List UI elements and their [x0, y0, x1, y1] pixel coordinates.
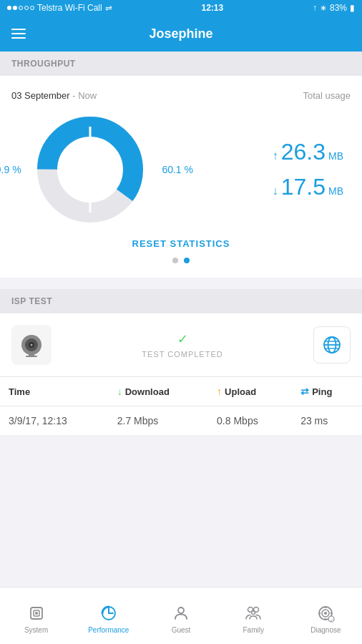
battery-label: 83% [330, 3, 347, 13]
donut-container: 39.9 % 60.1 % [19, 112, 162, 227]
hamburger-line-3 [11, 37, 26, 39]
col-header-time: Time [0, 377, 109, 406]
nav-label-family: Family [243, 626, 263, 634]
reset-statistics-button[interactable]: RESET STATISTICS [11, 238, 351, 249]
system-icon [26, 603, 47, 623]
menu-button[interactable] [11, 29, 26, 39]
throughput-section: 03 September - Now Total usage 39.9 % [0, 76, 362, 278]
upload-unit: MB [328, 150, 343, 162]
col-header-upload: ↑ Upload [208, 377, 292, 406]
router-svg [19, 332, 44, 358]
hamburger-line-2 [11, 33, 26, 34]
results-table-body: 3/9/17, 12:13 2.7 Mbps 0.8 Mbps 23 ms [0, 406, 362, 436]
family-icon [243, 603, 263, 623]
upload-arrow-icon: ↑ [273, 150, 278, 162]
throughput-date-row: 03 September - Now Total usage [11, 90, 351, 101]
table-row: 3/9/17, 12:13 2.7 Mbps 0.8 Mbps 23 ms [0, 406, 362, 436]
upload-stat: ↑ 26.3 MB [273, 139, 343, 165]
page-dot-1 [172, 258, 178, 263]
wifi-icon: ⇌ [105, 3, 112, 13]
results-table-header: Time ↓ Download ↑ Upload ⇄ P [0, 377, 362, 406]
globe-button[interactable] [313, 326, 351, 364]
nav-item-family[interactable]: Family [217, 587, 290, 644]
globe-icon [322, 335, 342, 355]
battery-icon: ▮ [350, 3, 355, 13]
nav-label-guest: Guest [172, 626, 191, 634]
signal-dot-2 [13, 6, 17, 10]
arrow-icon: ↑ [313, 3, 317, 13]
table-header-row: Time ↓ Download ↑ Upload ⇄ P [0, 377, 362, 406]
results-table: Time ↓ Download ↑ Upload ⇄ P [0, 377, 362, 436]
diagnose-icon: ✓ [315, 603, 336, 623]
pagination-dots [11, 258, 351, 266]
svg-point-7 [31, 344, 33, 346]
signal-dot-5 [30, 6, 34, 10]
page-dot-2 [184, 258, 190, 263]
download-stat: ↓ 17.5 MB [273, 174, 343, 200]
test-completed-area: ✓ TEST COMPLETED [142, 331, 222, 358]
svg-point-22 [252, 611, 255, 615]
bottom-nav: System Performance Guest Family [0, 587, 362, 644]
status-bar: Telstra Wi-Fi Call ⇌ 12:13 ↑ ∗ 83% ▮ [0, 0, 362, 16]
usage-stats: ↑ 26.3 MB ↓ 17.5 MB [273, 139, 343, 200]
signal-dot-4 [24, 6, 29, 10]
svg-point-25 [324, 612, 327, 615]
cell-time: 3/9/17, 12:13 [0, 406, 109, 436]
throughput-date: 03 September - Now [11, 90, 97, 101]
test-completed-label: TEST COMPLETED [142, 350, 222, 358]
total-usage-label: Total usage [303, 90, 351, 101]
nav-item-diagnose[interactable]: ✓ Diagnose [290, 587, 362, 644]
download-arrow-icon: ↓ [273, 185, 278, 197]
isp-section-header: ISP TEST [0, 289, 362, 313]
cell-upload: 0.8 Mbps [208, 406, 292, 436]
throughput-section-header: THROUGHPUT [0, 52, 362, 76]
guest-icon [171, 603, 191, 623]
router-icon [11, 325, 52, 365]
percent-left: 39.9 % [0, 164, 21, 175]
upload-value: 26.3 [281, 139, 326, 165]
svg-point-17 [35, 612, 38, 615]
nav-item-guest[interactable]: Guest [145, 587, 217, 644]
download-col-icon: ↓ [117, 386, 122, 397]
col-header-ping: ⇄ Ping [292, 377, 362, 406]
download-value: 17.5 [281, 174, 326, 200]
col-header-download: ↓ Download [109, 377, 208, 406]
header-title: Josephine [149, 26, 212, 42]
carrier-label: Telstra Wi-Fi Call [37, 3, 102, 13]
hamburger-line-1 [11, 29, 26, 30]
signal-dot-1 [7, 6, 11, 10]
cell-download: 2.7 Mbps [109, 406, 208, 436]
chart-area: 39.9 % 60.1 % ↑ 26.3 [11, 112, 351, 227]
donut-chart [33, 112, 147, 227]
nav-label-diagnose: Diagnose [310, 626, 341, 634]
svg-text:✓: ✓ [330, 618, 333, 623]
nav-item-performance[interactable]: Performance [72, 587, 145, 644]
isp-test-area: ✓ TEST COMPLETED [0, 313, 362, 377]
app-header: Josephine [0, 16, 362, 52]
cell-ping: 23 ms [292, 406, 362, 436]
status-right: ↑ ∗ 83% ▮ [313, 3, 355, 13]
svg-rect-9 [26, 356, 37, 357]
isp-section: ✓ TEST COMPLETED Time ↓ Download [0, 313, 362, 436]
status-time: 12:13 [201, 3, 223, 13]
checkmark-icon: ✓ [177, 331, 188, 347]
nav-label-system: System [24, 626, 48, 634]
status-left: Telstra Wi-Fi Call ⇌ [7, 3, 112, 13]
nav-label-performance: Performance [88, 626, 129, 634]
svg-point-19 [178, 608, 184, 613]
donut-hole [67, 147, 113, 192]
performance-icon [99, 603, 119, 623]
download-unit: MB [328, 185, 343, 197]
ping-col-icon: ⇄ [300, 386, 309, 397]
signal-dots [7, 6, 34, 10]
bluetooth-icon: ∗ [320, 3, 327, 13]
signal-dot-3 [19, 6, 23, 10]
upload-col-icon: ↑ [217, 386, 222, 397]
nav-item-system[interactable]: System [0, 587, 72, 644]
percent-right: 60.1 % [162, 164, 193, 175]
